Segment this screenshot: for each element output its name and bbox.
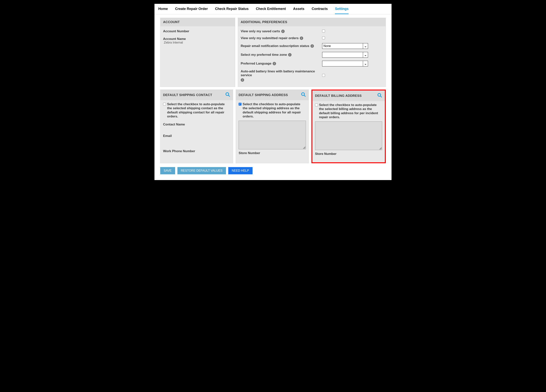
language-select[interactable]: ⌄ [322,61,368,66]
info-icon[interactable]: i [300,37,303,40]
shipping-contact-panel: DEFAULT SHIPPING CONTACT Select the chec… [160,89,233,163]
tab-create-repair-order[interactable]: Create Repair Order [175,4,208,14]
account-name-label: Account Name [163,37,232,41]
billing-address-auto-text: Select the checkbox to auto-populate the… [319,103,382,119]
content-area: ACCOUNT Account Number Account Name Zebr… [155,14,391,174]
shipping-address-auto-checkbox[interactable] [239,103,241,106]
account-header: ACCOUNT [160,18,235,26]
chevron-down-icon: ⌄ [364,53,367,57]
contact-email-label: Email [163,134,230,138]
billing-store-label: Store Number [315,152,382,156]
tab-contracts[interactable]: Contracts [312,4,328,14]
svg-point-2 [301,93,304,95]
shipping-address-panel: DEFAULT SHIPPING ADDRESS Select the chec… [236,89,309,163]
main-tabs: Home Create Repair Order Check Repair St… [155,4,391,14]
save-button[interactable]: SAVE [160,167,175,174]
contact-name-label: Contact Name [163,123,230,126]
search-icon[interactable] [377,93,382,99]
language-label: Preferred Language [241,62,272,65]
saved-carts-checkbox[interactable] [322,30,325,32]
account-number-label: Account Number [163,29,232,33]
shipping-contact-auto-checkbox[interactable] [163,103,166,106]
svg-line-1 [228,95,230,97]
chevron-down-icon: ⌄ [364,44,367,48]
shipping-address-auto-text: Select the checkbox to auto-populate the… [243,102,306,118]
auto-battery-checkbox[interactable] [322,74,325,77]
contact-phone-label: Work Phone Number [163,149,230,153]
info-icon[interactable]: i [288,53,292,57]
billing-address-panel: DEFAULT BILLING ADDRESS Select the check… [312,89,386,163]
need-help-button[interactable]: NEED HELP [228,167,253,174]
info-icon[interactable]: i [281,30,285,33]
shipping-address-header: DEFAULT SHIPPING ADDRESS [239,93,288,97]
shipping-address-textarea[interactable] [239,121,306,149]
timezone-label: Select my preferred time zone [241,53,287,57]
billing-address-auto-checkbox[interactable] [315,103,318,106]
timezone-select[interactable]: ⌄ [322,52,368,58]
search-icon[interactable] [301,92,306,98]
auto-battery-label: Auto-add battery lines with battery main… [241,70,321,77]
account-panel: ACCOUNT Account Number Account Name Zebr… [160,18,235,87]
saved-carts-label: View only my saved carts [241,29,280,33]
submitted-orders-label: View only my submitted repair orders [241,36,299,40]
restore-defaults-button[interactable]: RESTORE DEFAULT VALUES [177,167,226,174]
account-name-value: Zebra Internal [164,41,232,44]
email-subscription-label: Repair email notification subscription s… [241,44,309,48]
svg-point-0 [226,93,229,95]
shipping-contact-header: DEFAULT SHIPPING CONTACT [163,93,212,97]
billing-address-header: DEFAULT BILLING ADDRESS [315,94,362,98]
submitted-orders-checkbox[interactable] [322,37,325,39]
tab-check-entitlement[interactable]: Check Entitlement [256,4,286,14]
settings-window: Home Create Repair Order Check Repair St… [155,4,391,180]
email-subscription-select[interactable]: None ⌄ [322,43,368,49]
info-icon[interactable]: i [241,78,244,82]
preferences-header: ADDITIONAL PREFERENCES [238,18,386,26]
action-buttons: SAVE RESTORE DEFAULT VALUES NEED HELP [160,167,386,174]
preferences-panel: ADDITIONAL PREFERENCES View only my save… [238,18,386,87]
chevron-down-icon: ⌄ [364,62,367,65]
tab-home[interactable]: Home [158,4,168,14]
shipping-store-label: Store Number [239,151,306,155]
info-icon[interactable]: i [311,44,314,48]
svg-line-5 [380,96,382,97]
tab-check-repair-status[interactable]: Check Repair Status [215,4,248,14]
email-subscription-value: None [324,44,331,48]
billing-address-textarea[interactable] [315,121,382,150]
tab-assets[interactable]: Assets [293,4,304,14]
svg-line-3 [304,95,306,97]
svg-point-4 [378,93,381,96]
info-icon[interactable]: i [273,62,276,65]
shipping-contact-auto-text: Select the checkbox to auto-populate the… [167,102,230,118]
search-icon[interactable] [225,92,230,98]
tab-settings[interactable]: Settings [335,4,349,14]
